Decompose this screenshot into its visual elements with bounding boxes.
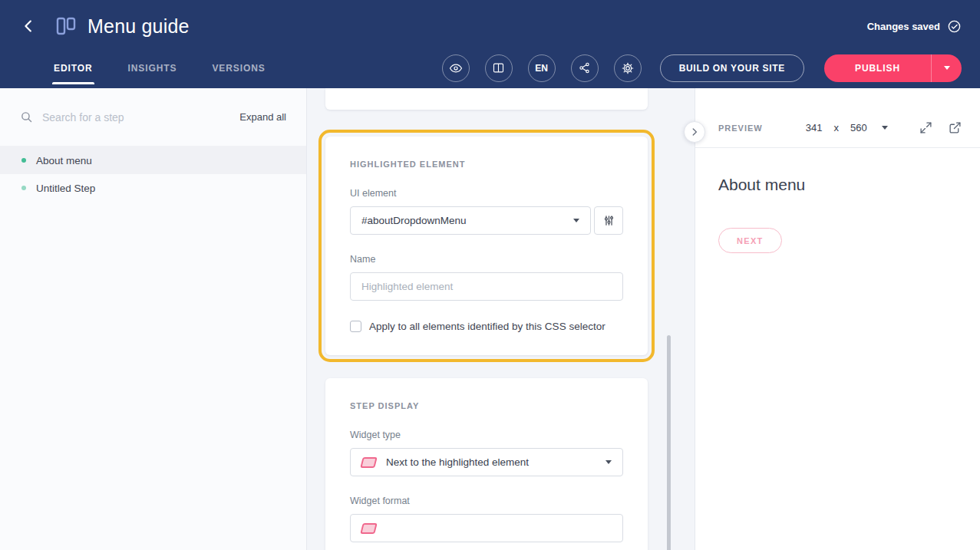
open-external-icon[interactable] <box>949 121 962 134</box>
header-top-row: Menu guide Changes saved <box>18 0 962 48</box>
preview-width-value: 341 <box>806 122 823 133</box>
settings-button[interactable] <box>614 54 642 82</box>
widget-tooltip-icon <box>360 523 377 534</box>
ui-element-value: #aboutDropdownMenu <box>361 215 467 226</box>
preview-panel: PREVIEW 341 x 560 About menu NEXT <box>695 88 980 550</box>
preview-header: PREVIEW 341 x 560 <box>695 88 980 148</box>
editor-column: HIGHLIGHTED ELEMENT UI element #aboutDro… <box>325 88 648 550</box>
highlighted-element-card: HIGHLIGHTED ELEMENT UI element #aboutDro… <box>325 137 648 355</box>
ui-element-select[interactable]: #aboutDropdownMenu <box>350 206 591 235</box>
back-button[interactable] <box>18 15 40 37</box>
apply-all-row: Apply to all elements identified by this… <box>350 321 623 332</box>
share-icon <box>578 61 591 74</box>
build-on-your-site-button[interactable]: BUILD ON YOUR SITE <box>660 54 804 82</box>
preview-content: About menu NEXT <box>695 148 980 281</box>
chevron-down-icon <box>573 219 579 222</box>
changes-saved-status: Changes saved <box>867 19 962 34</box>
gear-icon <box>621 61 635 75</box>
header-tabs-row: EDITOR INSIGHTS VERSIONS EN <box>18 48 962 88</box>
step-label: About menu <box>36 155 92 166</box>
chevron-down-icon <box>944 66 950 70</box>
body-area: Expand all About menu Untitled Step <box>0 88 980 550</box>
step-search-row: Expand all <box>0 88 306 147</box>
publish-dropdown-toggle[interactable] <box>931 54 962 82</box>
element-settings-button[interactable] <box>594 206 623 235</box>
language-button[interactable]: EN <box>528 54 556 82</box>
chevron-down-icon <box>882 126 888 130</box>
guide-logo-icon <box>55 16 77 36</box>
changes-saved-label: Changes saved <box>867 21 940 32</box>
layout-button[interactable] <box>485 54 513 82</box>
steps-sidebar: Expand all About menu Untitled Step <box>0 88 307 550</box>
chevron-left-icon <box>21 18 38 35</box>
step-status-dot <box>21 186 26 190</box>
preview-eye-button[interactable] <box>442 54 470 82</box>
apply-all-checkbox[interactable] <box>350 321 361 332</box>
preview-step-heading: About menu <box>718 176 957 194</box>
step-search-input[interactable] <box>42 111 230 124</box>
step-status-dot <box>21 158 26 163</box>
publish-button[interactable]: PUBLISH <box>824 54 962 82</box>
chevron-right-icon <box>689 127 700 137</box>
preview-header-icons <box>919 121 962 134</box>
highlighted-element-name-input[interactable] <box>350 272 623 301</box>
ui-element-row: #aboutDropdownMenu <box>350 206 623 235</box>
widget-type-value: Next to the highlighted element <box>386 456 529 468</box>
editor-scrollbar[interactable] <box>667 335 671 550</box>
search-icon <box>20 110 33 124</box>
tab-versions[interactable]: VERSIONS <box>212 63 265 74</box>
tab-bar: EDITOR INSIGHTS VERSIONS <box>54 63 266 74</box>
chevron-down-icon <box>605 460 612 464</box>
check-circle-icon <box>947 19 962 34</box>
section-title: STEP DISPLAY <box>350 401 623 410</box>
widget-format-label: Widget format <box>350 496 623 506</box>
preview-height-value: 560 <box>850 122 867 133</box>
preview-size-dropdown[interactable]: 341 x 560 <box>806 122 888 133</box>
preview-size-separator: x <box>833 122 839 133</box>
tab-editor[interactable]: EDITOR <box>54 63 93 74</box>
previous-section-card <box>325 88 648 110</box>
publish-button-label[interactable]: PUBLISH <box>824 54 931 82</box>
step-label: Untitled Step <box>36 183 95 194</box>
eye-icon <box>449 61 463 75</box>
widget-format-select[interactable] <box>350 514 623 542</box>
header-actions: EN BUILD ON YOUR SITE PUBLISH <box>442 54 962 82</box>
section-title: HIGHLIGHTED ELEMENT <box>350 160 623 169</box>
highlighted-section-outline: HIGHLIGHTED ELEMENT UI element #aboutDro… <box>318 130 655 362</box>
ui-element-label: UI element <box>350 188 623 199</box>
widget-tooltip-icon <box>360 457 377 468</box>
expand-all-link[interactable]: Expand all <box>239 111 286 123</box>
share-button[interactable] <box>571 54 599 82</box>
top-header: Menu guide Changes saved EDITOR INSIGHTS… <box>0 0 980 88</box>
widget-type-label: Widget type <box>350 430 623 440</box>
app-window: Menu guide Changes saved EDITOR INSIGHTS… <box>0 0 980 550</box>
editor-canvas: HIGHLIGHTED ELEMENT UI element #aboutDro… <box>307 88 695 550</box>
preview-next-button[interactable]: NEXT <box>718 228 782 253</box>
layout-icon <box>492 61 505 74</box>
step-item-untitled-step[interactable]: Untitled Step <box>0 174 306 202</box>
step-list: About menu Untitled Step <box>0 147 306 202</box>
collapse-preview-button[interactable] <box>684 121 705 143</box>
name-label: Name <box>350 254 623 265</box>
sliders-icon <box>602 214 615 227</box>
page-title: Menu guide <box>87 15 190 38</box>
widget-type-select[interactable]: Next to the highlighted element <box>350 448 623 476</box>
step-display-card: STEP DISPLAY Widget type Next to the hig… <box>325 378 648 550</box>
expand-icon[interactable] <box>919 121 932 134</box>
preview-label: PREVIEW <box>718 124 763 133</box>
tab-insights[interactable]: INSIGHTS <box>128 63 177 74</box>
step-item-about-menu[interactable]: About menu <box>0 147 306 174</box>
apply-all-label: Apply to all elements identified by this… <box>369 321 605 332</box>
